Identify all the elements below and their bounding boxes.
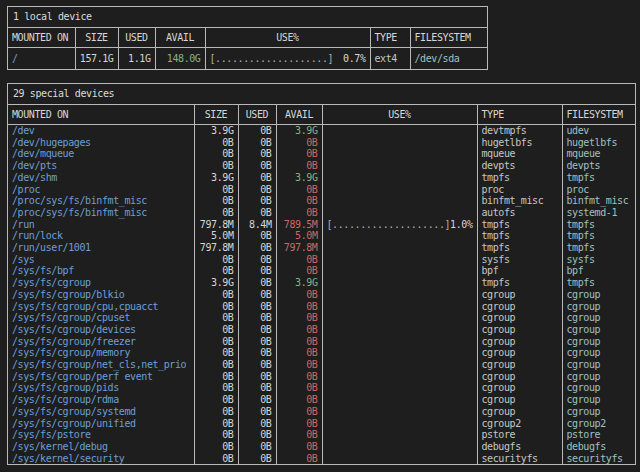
- used-cell: 0B: [238, 394, 276, 406]
- usage-bar: [....................]: [327, 219, 451, 230]
- filesystem-cell: securityfs: [562, 453, 635, 465]
- usage-cell: [322, 301, 477, 313]
- col-header-size: SIZE: [75, 28, 118, 48]
- special-devices-table: 29 special devices MOUNTED ON SIZE USED …: [7, 83, 636, 465]
- used-cell: 0B: [238, 137, 276, 149]
- mount-point-cell: /proc/sys/fs/binfmt_misc: [8, 195, 194, 207]
- size-cell: 797.8M: [194, 242, 238, 254]
- used-cell: 8.4M: [238, 219, 276, 231]
- mount-point-cell: /proc/sys/fs/binfmt_misc: [8, 207, 194, 219]
- size-cell: 157.1G: [75, 48, 118, 70]
- used-cell: 0B: [238, 359, 276, 371]
- filesystem-cell: cgroup2: [562, 418, 635, 430]
- fs-type-cell: tmpfs: [477, 277, 562, 289]
- mount-point-cell: /sys/fs/cgroup/freezer: [8, 336, 194, 348]
- fs-row: /dev/hugepages0B0B0Bhugetlbfshugetlbfs: [8, 137, 635, 149]
- fs-type-cell: cgroup: [477, 289, 562, 301]
- used-cell: 0B: [238, 382, 276, 394]
- size-cell: 797.8M: [194, 219, 238, 231]
- filesystem-cell: tmpfs: [562, 219, 635, 231]
- usage-cell: [322, 394, 477, 406]
- fs-row: /sys/kernel/security0B0B0Bsecurityfssecu…: [8, 453, 635, 465]
- size-cell: 0B: [194, 347, 238, 359]
- fs-row: /dev3.9G0B3.9Gdevtmpfsudev: [8, 125, 635, 137]
- avail-cell: 0B: [276, 324, 322, 336]
- filesystem-cell: debugfs: [562, 441, 635, 453]
- filesystem-cell: tmpfs: [562, 277, 635, 289]
- size-cell: 0B: [194, 441, 238, 453]
- usage-cell: [322, 195, 477, 207]
- size-cell: 0B: [194, 429, 238, 441]
- usage-cell: [322, 453, 477, 465]
- size-cell: 0B: [194, 301, 238, 313]
- mount-point-cell: /sys/fs/cgroup/devices: [8, 324, 194, 336]
- mount-point-cell: /sys/fs/cgroup/net_cls,net_prio: [8, 359, 194, 371]
- filesystem-cell: bpf: [562, 265, 635, 277]
- usage-cell: [322, 324, 477, 336]
- usage-cell: [322, 441, 477, 453]
- size-cell: 0B: [194, 359, 238, 371]
- avail-cell: 3.9G: [276, 277, 322, 289]
- col-header-filesystem: FILESYSTEM: [562, 105, 635, 125]
- size-cell: 3.9G: [194, 125, 238, 137]
- mount-point-cell: /dev/mqueue: [8, 148, 194, 160]
- usage-cell: [322, 137, 477, 149]
- fs-type-cell: cgroup: [477, 394, 562, 406]
- avail-cell: 3.9G: [276, 125, 322, 137]
- fs-row: /sys/fs/bpf0B0B0Bbpfbpf: [8, 265, 635, 277]
- size-cell: 0B: [194, 195, 238, 207]
- fs-type-cell: cgroup: [477, 371, 562, 383]
- avail-cell: 0B: [276, 441, 322, 453]
- usage-cell: [322, 265, 477, 277]
- used-cell: 0B: [238, 148, 276, 160]
- fs-type-cell: hugetlbfs: [477, 137, 562, 149]
- fs-row: /proc/sys/fs/binfmt_misc0B0B0Bautofssyst…: [8, 207, 635, 219]
- fs-row: /sys/fs/pstore0B0B0Bpstorepstore: [8, 429, 635, 441]
- size-cell: 0B: [194, 160, 238, 172]
- used-cell: 0B: [238, 312, 276, 324]
- fs-type-cell: ext4: [370, 48, 410, 70]
- avail-cell: 148.0G: [155, 48, 205, 70]
- avail-cell: 0B: [276, 418, 322, 430]
- usage-cell: [322, 418, 477, 430]
- avail-cell: 797.8M: [276, 242, 322, 254]
- filesystem-cell: tmpfs: [562, 172, 635, 184]
- size-cell: 0B: [194, 418, 238, 430]
- used-cell: 0B: [238, 160, 276, 172]
- mount-point-cell: /dev/pts: [8, 160, 194, 172]
- avail-cell: 0B: [276, 254, 322, 266]
- usage-cell: 0.7%[....................]: [205, 48, 370, 70]
- mount-point-cell: /proc: [8, 184, 194, 196]
- col-header-use-percent: USE%: [205, 28, 370, 48]
- avail-cell: 0B: [276, 336, 322, 348]
- fs-type-cell: tmpfs: [477, 230, 562, 242]
- used-cell: 0B: [238, 406, 276, 418]
- fs-row: /dev/shm3.9G0B3.9Gtmpfstmpfs: [8, 172, 635, 184]
- col-header-used: USED: [238, 105, 276, 125]
- usage-cell: [322, 347, 477, 359]
- filesystem-cell: cgroup: [562, 359, 635, 371]
- mount-point-cell: /run: [8, 219, 194, 231]
- used-cell: 0B: [238, 336, 276, 348]
- fs-type-cell: mqueue: [477, 148, 562, 160]
- filesystem-cell: tmpfs: [562, 230, 635, 242]
- fs-type-cell: sysfs: [477, 254, 562, 266]
- used-cell: 0B: [238, 429, 276, 441]
- mount-point-cell: /: [8, 48, 75, 70]
- mount-point-cell: /sys/fs/pstore: [8, 429, 194, 441]
- filesystem-cell: cgroup: [562, 347, 635, 359]
- mount-point-cell: /sys/fs/cgroup/systemd: [8, 406, 194, 418]
- mount-point-cell: /run/user/1001: [8, 242, 194, 254]
- used-cell: 1.1G: [118, 48, 155, 70]
- filesystem-cell: proc: [562, 184, 635, 196]
- avail-cell: 0B: [276, 394, 322, 406]
- fs-type-cell: cgroup: [477, 324, 562, 336]
- filesystem-cell: cgroup: [562, 336, 635, 348]
- size-cell: 0B: [194, 336, 238, 348]
- usage-percent: 0.7%: [343, 53, 365, 64]
- fs-type-cell: tmpfs: [477, 172, 562, 184]
- avail-cell: 0B: [276, 195, 322, 207]
- local-devices-rows: /157.1G1.1G148.0G0.7%[..................…: [8, 48, 487, 70]
- fs-type-cell: bpf: [477, 265, 562, 277]
- usage-cell: [322, 382, 477, 394]
